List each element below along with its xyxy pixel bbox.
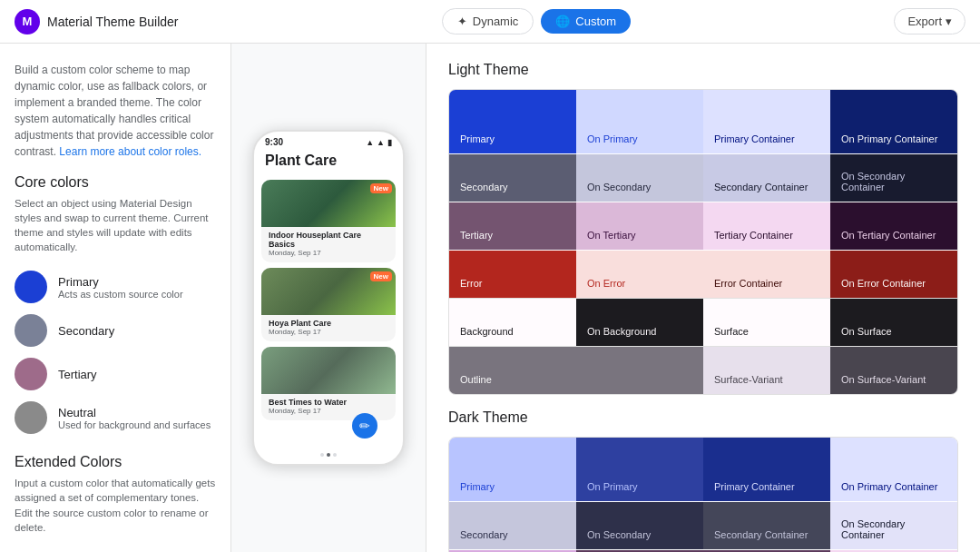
card-2-date: Monday, Sep 17 xyxy=(269,328,388,336)
light-on-error-container: On Error Container xyxy=(830,251,957,298)
neutral-color-sub: Used for background and surfaces xyxy=(58,419,211,430)
light-on-tertiary: On Tertiary xyxy=(576,202,703,250)
dark-on-secondary: On Secondary xyxy=(576,502,703,549)
light-secondary: Secondary xyxy=(449,154,576,202)
chevron-down-icon: ▾ xyxy=(946,15,952,28)
phone-page-dots xyxy=(254,448,403,464)
light-on-surface-variant: On Surface-Variant xyxy=(830,347,957,394)
light-on-secondary-container: On Secondary Container xyxy=(830,154,957,202)
card-3-title: Best Times to Water xyxy=(269,398,388,407)
battery-icon: ▮ xyxy=(387,138,392,147)
light-primary-container: Primary Container xyxy=(703,90,830,153)
light-secondary-container: Secondary Container xyxy=(703,154,830,202)
light-row-primary: Primary On Primary Primary Container On … xyxy=(449,90,957,153)
phone-preview-panel: 9:30 ▲ ▲ ▮ Plant Care New Indoor Housepl… xyxy=(231,44,426,552)
left-panel: Build a custom color scheme to map dynam… xyxy=(0,44,231,552)
light-on-surface: On Surface xyxy=(830,299,957,346)
page-dot-2 xyxy=(327,453,330,457)
color-row-tertiary[interactable]: Tertiary xyxy=(15,352,216,396)
light-surface-variant: Surface-Variant xyxy=(703,347,830,394)
dark-secondary: Secondary xyxy=(449,502,576,549)
card-1-image: New xyxy=(261,180,396,227)
light-on-secondary: On Secondary xyxy=(576,154,703,202)
dark-row-primary: Primary On Primary Primary Container On … xyxy=(449,438,957,501)
page-dot-1 xyxy=(320,453,324,457)
core-colors-desc: Select an object using Material Design s… xyxy=(15,196,216,254)
light-error: Error xyxy=(449,251,576,298)
app-logo: M xyxy=(15,9,40,34)
light-row-secondary: Secondary On Secondary Secondary Contain… xyxy=(449,153,957,202)
phone-status-icons: ▲ ▲ ▮ xyxy=(366,138,392,147)
color-row-neutral[interactable]: Neutral Used for background and surfaces xyxy=(15,396,216,439)
topbar-center: ✦ Dynamic 🌐 Custom xyxy=(442,8,631,34)
color-row-secondary[interactable]: Secondary xyxy=(15,309,216,352)
dark-theme-grid: Primary On Primary Primary Container On … xyxy=(448,437,958,552)
custom-button[interactable]: 🌐 Custom xyxy=(541,9,631,34)
learn-more-link[interactable]: Learn more about color roles. xyxy=(59,145,201,158)
light-on-primary: On Primary xyxy=(576,90,703,153)
extended-section: Extended Colors Input a custom color tha… xyxy=(15,454,216,534)
new-badge-1: New xyxy=(370,183,392,193)
page-dot-3 xyxy=(333,453,337,457)
card-2-title: Hoya Plant Care xyxy=(269,319,388,328)
core-colors-title: Core colors xyxy=(15,174,216,191)
phone-time: 9:30 xyxy=(265,137,283,147)
main-layout: Build a custom color scheme to map dynam… xyxy=(0,44,980,552)
dark-on-secondary-container: On Secondary Container xyxy=(830,502,957,549)
topbar-right: Export ▾ xyxy=(894,8,965,34)
light-on-error: On Error xyxy=(576,251,703,298)
dark-secondary-container: Secondary Container xyxy=(703,502,830,549)
light-row-outline: Outline Surface-Variant On Surface-Varia… xyxy=(449,346,957,394)
phone-fab-button[interactable]: ✏ xyxy=(352,413,377,439)
light-row-error: Error On Error Error Container On Error … xyxy=(449,250,957,298)
new-badge-2: New xyxy=(370,271,392,281)
light-row-tertiary: Tertiary On Tertiary Tertiary Container … xyxy=(449,202,957,250)
phone-card-2: New Hoya Plant Care Monday, Sep 17 xyxy=(261,268,396,341)
phone-card-1: New Indoor Houseplant Care Basics Monday… xyxy=(261,180,396,262)
secondary-color-name: Secondary xyxy=(58,324,114,338)
tertiary-color-name: Tertiary xyxy=(58,368,97,381)
light-tertiary-container: Tertiary Container xyxy=(703,202,830,250)
card-2-image: New xyxy=(261,268,396,315)
light-tertiary: Tertiary xyxy=(449,202,576,250)
dark-on-primary: On Primary xyxy=(576,438,703,501)
phone-status-bar: 9:30 ▲ ▲ ▮ xyxy=(254,132,403,149)
neutral-color-name: Neutral xyxy=(58,406,211,419)
topbar: M Material Theme Builder ✦ Dynamic 🌐 Cus… xyxy=(0,0,980,44)
dynamic-icon: ✦ xyxy=(457,15,467,28)
dark-primary-container: Primary Container xyxy=(703,438,830,501)
extended-title: Extended Colors xyxy=(15,454,216,470)
light-row-background: Background On Background Surface On Surf… xyxy=(449,298,957,346)
primary-color-sub: Acts as custom source color xyxy=(58,289,183,300)
card-1-date: Monday, Sep 17 xyxy=(269,249,388,257)
right-panel: Light Theme Primary On Primary Primary C… xyxy=(426,44,980,552)
light-theme-grid: Primary On Primary Primary Container On … xyxy=(448,89,958,395)
extended-desc: Input a custom color that automatically … xyxy=(15,476,216,534)
secondary-color-circle xyxy=(15,314,47,347)
app-title: Material Theme Builder xyxy=(47,15,178,29)
wifi-icon: ▲ xyxy=(377,138,385,147)
dark-on-primary-container: On Primary Container xyxy=(830,438,957,501)
phone-mockup: 9:30 ▲ ▲ ▮ Plant Care New Indoor Housepl… xyxy=(252,130,405,466)
intro-text: Build a custom color scheme to map dynam… xyxy=(15,62,216,160)
phone-card-3: Best Times to Water Monday, Sep 17 xyxy=(261,347,396,420)
dark-primary: Primary xyxy=(449,438,576,501)
light-surface: Surface xyxy=(703,299,830,346)
card-1-title: Indoor Houseplant Care Basics xyxy=(269,231,388,249)
color-row-primary[interactable]: Primary Acts as custom source color xyxy=(15,265,216,309)
export-button[interactable]: Export ▾ xyxy=(894,8,965,34)
light-background: Background xyxy=(449,299,576,346)
light-on-tertiary-container: On Tertiary Container xyxy=(830,202,957,250)
light-outline: Outline xyxy=(449,347,703,394)
tertiary-color-circle xyxy=(15,358,47,390)
dynamic-button[interactable]: ✦ Dynamic xyxy=(442,8,534,34)
signal-icon: ▲ xyxy=(366,138,374,147)
light-theme-title: Light Theme xyxy=(448,62,958,78)
topbar-left: M Material Theme Builder xyxy=(15,9,178,34)
primary-color-circle xyxy=(15,271,47,303)
neutral-color-circle xyxy=(15,401,47,434)
light-primary: Primary xyxy=(449,90,576,153)
primary-color-name: Primary xyxy=(58,275,183,289)
dark-theme-title: Dark Theme xyxy=(448,409,958,426)
light-on-background: On Background xyxy=(576,299,703,346)
